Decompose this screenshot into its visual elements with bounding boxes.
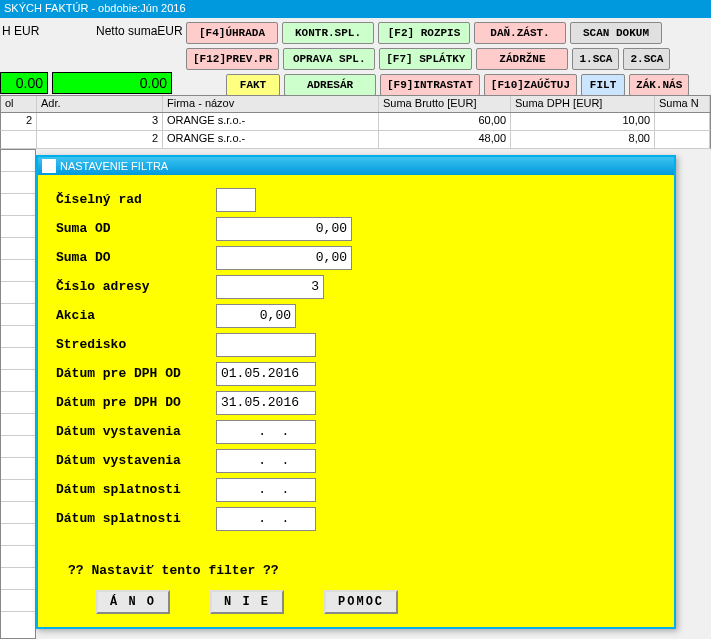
adresar-button[interactable]: ADRESÁR — [284, 74, 376, 96]
table-header: ol Adr. Firma - názov Suma Brutto [EUR] … — [0, 95, 711, 113]
empty-rows — [0, 149, 36, 639]
header-label-1: H EUR — [2, 24, 39, 38]
splatky-button[interactable]: [F7] SPLÁTKY — [379, 48, 472, 70]
intrastat-button[interactable]: [F9]INTRASTAT — [380, 74, 480, 96]
dialog-titlebar[interactable]: NASTAVENIE FILTRA — [38, 157, 674, 175]
uhrada-button[interactable]: [F4]ÚHRADA — [186, 22, 278, 44]
input-akcia[interactable] — [216, 304, 296, 328]
th-col1: ol — [1, 96, 37, 112]
window-titlebar: SKÝCH FAKTÚR - obdobie:Jún 2016 — [0, 0, 711, 18]
oprava-spl-button[interactable]: OPRAVA SPL. — [283, 48, 375, 70]
th-col4: Suma Brutto [EUR] — [379, 96, 511, 112]
dan-zast-button[interactable]: DAŇ.ZÁST. — [474, 22, 566, 44]
zauctuj-button[interactable]: [F10]ZAÚČTUJ — [484, 74, 577, 96]
input-datum-splat1[interactable] — [216, 478, 316, 502]
rozpis-button[interactable]: [F2] ROZPIS — [378, 22, 470, 44]
label-stredisko: Stredisko — [56, 337, 216, 352]
label-datum-dph-do: Dátum pre DPH DO — [56, 395, 216, 410]
dialog-title: NASTAVENIE FILTRA — [60, 160, 168, 172]
input-suma-od[interactable] — [216, 217, 352, 241]
prevpr-button[interactable]: [F12]PREV.PR — [186, 48, 279, 70]
input-stredisko[interactable] — [216, 333, 316, 357]
1sca-button[interactable]: 1.SCA — [572, 48, 619, 70]
header-label-2: Netto sumaEUR — [96, 24, 183, 38]
label-suma-do: Suma DO — [56, 250, 216, 265]
label-datum-vyst2: Dátum vystavenia — [56, 453, 216, 468]
no-button[interactable]: N I E — [210, 590, 284, 614]
label-ciselny-rad: Číselný rad — [56, 192, 216, 207]
input-datum-dph-od[interactable] — [216, 362, 316, 386]
input-ciselny-rad[interactable] — [216, 188, 256, 212]
zak-nas-button[interactable]: ZÁK.NÁS — [629, 74, 689, 96]
table-row[interactable]: 2 3 ORANGE s.r.o.- 60,00 10,00 — [0, 113, 711, 131]
input-datum-vyst2[interactable] — [216, 449, 316, 473]
filter-dialog: NASTAVENIE FILTRA Číselný rad Suma OD Su… — [36, 155, 676, 629]
input-datum-vyst1[interactable] — [216, 420, 316, 444]
label-cislo-adresy: Číslo adresy — [56, 279, 216, 294]
scan-dokum-button[interactable]: SCAN DOKUM — [570, 22, 662, 44]
window-title: SKÝCH FAKTÚR - obdobie:Jún 2016 — [4, 2, 186, 14]
zadrzne-button[interactable]: ZÁDRŽNE — [476, 48, 568, 70]
label-datum-splat2: Dátum splatnosti — [56, 511, 216, 526]
th-col5: Suma DPH [EUR] — [511, 96, 655, 112]
help-button[interactable]: POMOC — [324, 590, 398, 614]
input-datum-splat2[interactable] — [216, 507, 316, 531]
filt-button[interactable]: FILT — [581, 74, 625, 96]
th-col2: Adr. — [37, 96, 163, 112]
sum-box-2: 0.00 — [52, 72, 172, 94]
input-cislo-adresy[interactable] — [216, 275, 324, 299]
input-suma-do[interactable] — [216, 246, 352, 270]
table-row[interactable]: 2 ORANGE s.r.o.- 48,00 8,00 — [0, 131, 711, 149]
label-datum-dph-od: Dátum pre DPH OD — [56, 366, 216, 381]
2sca-button[interactable]: 2.SCA — [623, 48, 670, 70]
label-datum-vyst1: Dátum vystavenia — [56, 424, 216, 439]
fakt-button[interactable]: FAKT — [226, 74, 280, 96]
dialog-question: ?? Nastaviť tento filter ?? — [68, 563, 656, 578]
input-datum-dph-do[interactable] — [216, 391, 316, 415]
dialog-icon — [42, 159, 56, 173]
label-datum-splat1: Dátum splatnosti — [56, 482, 216, 497]
th-col3: Firma - názov — [163, 96, 379, 112]
sum-box-1: 0.00 — [0, 72, 48, 94]
th-col6: Suma N — [655, 96, 710, 112]
kontr-spl-button[interactable]: KONTR.SPL. — [282, 22, 374, 44]
yes-button[interactable]: Á N O — [96, 590, 170, 614]
label-akcia: Akcia — [56, 308, 216, 323]
label-suma-od: Suma OD — [56, 221, 216, 236]
